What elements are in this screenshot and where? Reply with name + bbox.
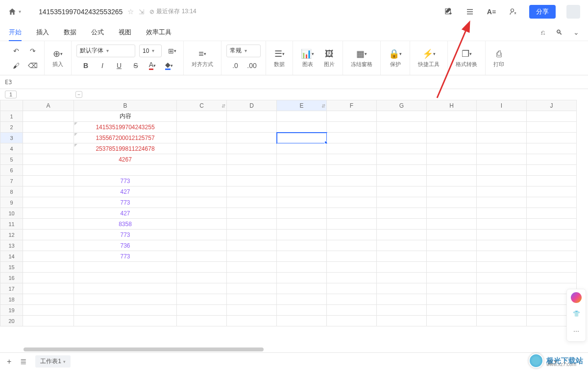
cell-I20[interactable] [477, 316, 527, 326]
cell-G10[interactable] [377, 208, 427, 219]
row-header-2[interactable]: 2 [0, 122, 23, 133]
cell-H1[interactable] [427, 111, 477, 122]
cell-F20[interactable] [327, 316, 377, 326]
cell-J3[interactable] [527, 133, 577, 143]
cell-A8[interactable] [23, 186, 74, 197]
cell-I6[interactable] [477, 165, 527, 176]
cell-A14[interactable] [23, 251, 74, 262]
avatar[interactable] [566, 5, 580, 19]
cell-C17[interactable] [177, 283, 227, 294]
cell-J11[interactable] [527, 219, 577, 230]
strike-icon[interactable]: S [129, 59, 142, 72]
cell-G5[interactable] [377, 154, 427, 165]
cell-B16[interactable] [74, 273, 177, 283]
freeze-button[interactable]: ▦▾ 冻结窗格 [348, 46, 375, 70]
cell-I13[interactable] [477, 240, 527, 251]
cell-A16[interactable] [23, 273, 74, 283]
row-header-16[interactable]: 16 [0, 273, 23, 283]
cell-H17[interactable] [427, 283, 477, 294]
cell-D4[interactable] [227, 143, 277, 154]
cell-B13[interactable]: 736 [74, 240, 177, 251]
cell-F10[interactable] [327, 208, 377, 219]
cell-B20[interactable] [74, 316, 177, 326]
row-header-19[interactable]: 19 [0, 305, 23, 316]
tab-view[interactable]: 视图 [119, 24, 131, 41]
cell-H4[interactable] [427, 143, 477, 154]
cell-D15[interactable] [227, 262, 277, 273]
cell-C15[interactable] [177, 262, 227, 273]
cell-E20[interactable] [277, 316, 327, 326]
cell-G18[interactable] [377, 294, 427, 305]
cell-J6[interactable] [527, 165, 577, 176]
cell-H18[interactable] [427, 294, 477, 305]
cell-C13[interactable] [177, 240, 227, 251]
cell-J5[interactable] [527, 154, 577, 165]
col-header-I[interactable]: I [477, 100, 527, 111]
cell-I14[interactable] [477, 251, 527, 262]
cell-E3[interactable] [277, 133, 327, 143]
clear-format-icon[interactable]: ⌫ [26, 59, 39, 72]
increase-decimal-icon[interactable]: .00 [245, 59, 258, 72]
cell-H3[interactable] [427, 133, 477, 143]
cell-H7[interactable] [427, 176, 477, 186]
cell-I19[interactable] [477, 305, 527, 316]
cell-E7[interactable] [277, 176, 327, 186]
row-header-12[interactable]: 12 [0, 230, 23, 240]
align-button[interactable]: ≡▾ 对齐方式 [189, 46, 216, 70]
cell-A17[interactable] [23, 283, 74, 294]
row-header-1[interactable]: 1 [0, 111, 23, 122]
cell-F12[interactable] [327, 230, 377, 240]
ai-assistant-icon[interactable] [571, 292, 582, 303]
cell-E19[interactable] [277, 305, 327, 316]
cell-B10[interactable]: 427 [74, 208, 177, 219]
select-all-corner[interactable] [0, 100, 23, 111]
cell-E10[interactable] [277, 208, 327, 219]
cell-G6[interactable] [377, 165, 427, 176]
cell-D11[interactable] [227, 219, 277, 230]
cell-D18[interactable] [227, 294, 277, 305]
cell-D12[interactable] [227, 230, 277, 240]
col-header-A[interactable]: A [23, 100, 74, 111]
cell-B14[interactable]: 773 [74, 251, 177, 262]
cell-I2[interactable] [477, 122, 527, 133]
cell-F17[interactable] [327, 283, 377, 294]
cell-B19[interactable] [74, 305, 177, 316]
font-color-icon[interactable]: A▾ [146, 59, 159, 72]
cell-B15[interactable] [74, 262, 177, 273]
cell-F5[interactable] [327, 154, 377, 165]
col-header-J[interactable]: J [527, 100, 577, 111]
print-button[interactable]: ⎙ 打印 [490, 46, 507, 70]
cell-E5[interactable] [277, 154, 327, 165]
cell-A13[interactable] [23, 240, 74, 251]
protect-button[interactable]: 🔒▾ 保护 [386, 46, 405, 70]
cell-F15[interactable] [327, 262, 377, 273]
cell-E6[interactable] [277, 165, 327, 176]
cell-H5[interactable] [427, 154, 477, 165]
history-icon[interactable]: ⎌ [541, 28, 545, 36]
cell-G8[interactable] [377, 186, 427, 197]
cell-G2[interactable] [377, 122, 427, 133]
cell-D9[interactable] [227, 197, 277, 208]
more-icon[interactable]: ⋯ [569, 324, 583, 338]
cell-G15[interactable] [377, 262, 427, 273]
font-size-select[interactable]: 10▾ [139, 45, 162, 57]
document-title[interactable]: 141535199704243255​3265 [39, 8, 122, 16]
cell-E15[interactable] [277, 262, 327, 273]
cell-C3[interactable] [177, 133, 227, 143]
cell-A7[interactable] [23, 176, 74, 186]
cell-G19[interactable] [377, 305, 427, 316]
cell-E1[interactable] [277, 111, 327, 122]
cell-D17[interactable] [227, 283, 277, 294]
cell-D5[interactable] [227, 154, 277, 165]
cell-C1[interactable] [177, 111, 227, 122]
tab-formula[interactable]: 公式 [91, 24, 104, 41]
row-header-14[interactable]: 14 [0, 251, 23, 262]
cell-H14[interactable] [427, 251, 477, 262]
cell-C19[interactable] [177, 305, 227, 316]
cell-H9[interactable] [427, 197, 477, 208]
cell-J16[interactable] [527, 273, 577, 283]
cell-I4[interactable] [477, 143, 527, 154]
cell-B17[interactable] [74, 283, 177, 294]
cell-B18[interactable] [74, 294, 177, 305]
tab-tools[interactable]: 效率工具 [146, 24, 172, 41]
